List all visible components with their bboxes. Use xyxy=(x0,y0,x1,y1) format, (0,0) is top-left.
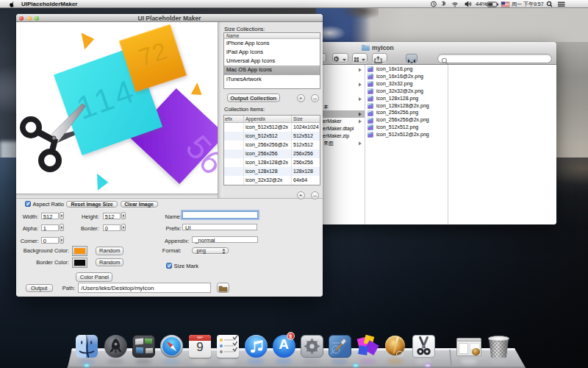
svg-text:44%: 44% xyxy=(476,1,487,7)
